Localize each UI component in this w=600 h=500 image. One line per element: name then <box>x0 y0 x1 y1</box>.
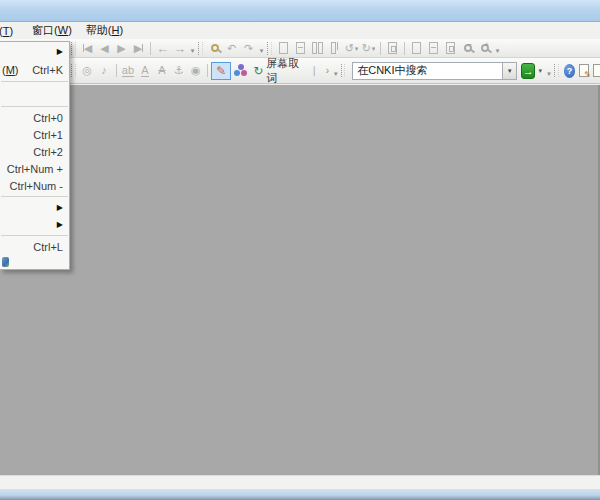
next-page-button[interactable]: ▶ <box>113 40 130 56</box>
zoom-select-tool-button[interactable] <box>206 40 223 56</box>
single-page-icon <box>279 42 288 54</box>
chevron-down-icon: ▼ <box>507 68 513 74</box>
toolbar-overflow-chevron[interactable]: ▾ <box>493 40 502 56</box>
toolbar-divider-glyph: | <box>306 63 323 79</box>
rotate-left-button[interactable]: ↺▾ <box>343 40 360 56</box>
previous-page-button[interactable]: ◀ <box>96 40 113 56</box>
underline-text-icon: A <box>141 65 148 77</box>
menu-item-ctrl-0[interactable]: Ctrl+0 <box>0 109 69 126</box>
strikethrough-text-icon: A <box>158 65 165 76</box>
actual-size-button[interactable] <box>384 40 401 56</box>
toolbar-overflow-chevron[interactable]: ▾ <box>257 40 266 56</box>
menu-separator <box>1 196 68 197</box>
chevron-down-icon: ▾ <box>355 45 359 52</box>
chevron-down-icon: ▾ <box>496 47 500 55</box>
toolbar-separator <box>404 42 405 55</box>
menu-item-ctrl-l[interactable]: Ctrl+L <box>0 238 69 255</box>
continuous-view-button[interactable] <box>292 40 309 56</box>
disc-tool-button[interactable]: ◎ <box>79 63 96 79</box>
open-menu-popup: ▶ (M) Ctrl+K Ctrl+0 Ctrl+1 Ctrl+2 Ctrl+N… <box>0 41 70 270</box>
menu-item-ctrl-2[interactable]: Ctrl+2 <box>0 143 69 160</box>
document-edit-button[interactable] <box>579 64 589 77</box>
menu-separator <box>1 106 68 107</box>
screen-word-capture-button[interactable]: ↻ 屏幕取词 <box>249 61 306 81</box>
menu-item-submenu[interactable]: ▶ <box>0 216 69 233</box>
undo-icon: ↶ <box>227 43 236 54</box>
toolbar-separator <box>116 64 117 77</box>
font-tool-button[interactable]: A <box>153 63 170 79</box>
node-dot-icon <box>238 64 244 70</box>
menu-item-ctrl-k[interactable]: (M) Ctrl+K <box>0 60 69 79</box>
menu-shortcut: Ctrl+1 <box>33 129 63 141</box>
fit-height-button[interactable] <box>442 40 459 56</box>
search-input[interactable]: 在CNKI中搜索 <box>352 62 502 80</box>
application-window: (T) 窗口(W) 帮助(H) ◀ ◀ ▶ ▶ ← → ▾ ↶ ↷ ▾ ↺▾ <box>0 0 600 500</box>
text-highlight-button[interactable]: ab <box>119 63 136 79</box>
zoom-out-button[interactable]: − <box>459 40 476 56</box>
toolbar-overflow-chevron[interactable]: ▾ <box>188 40 197 56</box>
toolbar-grip[interactable] <box>341 64 346 77</box>
rotate-right-icon: ↻ <box>362 43 371 54</box>
toolbar-grip[interactable] <box>71 64 76 77</box>
rotate-right-button[interactable]: ↻▾ <box>360 40 377 56</box>
help-button[interactable]: ? <box>564 64 576 78</box>
pen-tool-button-active[interactable]: ✎ <box>211 62 231 80</box>
last-page-button[interactable]: ▶ <box>130 40 147 56</box>
clipped-menu-item-icon <box>2 257 9 267</box>
search-go-dropdown[interactable]: ▾ <box>535 63 545 79</box>
document-area <box>0 85 600 475</box>
zoom-in-button[interactable]: + <box>476 40 493 56</box>
zoom-in-icon: + <box>481 44 489 52</box>
menubar-item-window[interactable]: 窗口(W) <box>25 22 79 39</box>
question-mark-icon: ? <box>567 66 573 76</box>
underline-text-button[interactable]: A <box>136 63 153 79</box>
undo-button[interactable]: ↶ <box>223 40 240 56</box>
menu-item-zoom-in[interactable]: Ctrl+Num + <box>0 160 69 177</box>
continuous-facing-view-button[interactable] <box>326 40 343 56</box>
go-arrow-icon: → <box>523 65 534 77</box>
menu-item-zoom-out[interactable]: Ctrl+Num - <box>0 177 69 194</box>
sound-note-button[interactable]: ♪ <box>96 63 113 79</box>
menu-item-label: (M) <box>2 64 19 76</box>
menu-item-ctrl-1[interactable]: Ctrl+1 <box>0 126 69 143</box>
menu-item-with-icon[interactable] <box>0 255 69 269</box>
chevron-down-icon: ▾ <box>538 67 542 75</box>
first-page-button[interactable]: ◀ <box>79 40 96 56</box>
toolbar-grip[interactable] <box>554 64 559 77</box>
menu-item-submenu[interactable]: ▶ <box>0 199 69 216</box>
menu-item-submenu[interactable]: ▶ <box>0 42 69 60</box>
toolbar-grip[interactable] <box>71 42 76 55</box>
toolbar-separator <box>380 42 381 55</box>
menubar-item-tools[interactable]: (T) <box>0 24 17 38</box>
toolbar-overflow-chevron[interactable]: ▾ <box>545 63 553 79</box>
facing-pages-view-button[interactable] <box>309 40 326 56</box>
toolbar-grip[interactable] <box>267 42 272 55</box>
fit-width-button[interactable] <box>425 40 442 56</box>
anchor-icon: ⚓ <box>174 65 184 76</box>
menu-shortcut: Ctrl+2 <box>33 146 63 158</box>
forward-button[interactable]: → <box>171 40 188 56</box>
menu-item-no-shortcut[interactable] <box>0 84 69 104</box>
zoom-out-icon: − <box>464 44 472 52</box>
stamp-icon: ◉ <box>191 65 201 76</box>
window-titlebar[interactable] <box>0 0 600 22</box>
menubar-item-help[interactable]: 帮助(H) <box>79 22 130 39</box>
capture-expand-button[interactable]: › <box>323 65 332 76</box>
toolbar-grip[interactable] <box>198 42 203 55</box>
anchor-tool-button[interactable]: ⚓ <box>170 63 187 79</box>
search-go-button[interactable]: → <box>521 63 535 79</box>
redo-button[interactable]: ↷ <box>240 40 257 56</box>
single-page-view-button[interactable] <box>275 40 292 56</box>
stamp-tool-button[interactable]: ◉ <box>187 63 204 79</box>
clipped-toolbar-icon[interactable] <box>593 64 600 77</box>
back-button[interactable]: ← <box>154 40 171 56</box>
pen-icon: ✎ <box>216 64 226 78</box>
forward-arrow-icon: → <box>173 42 186 55</box>
rotate-left-icon: ↺ <box>345 43 354 54</box>
knowledge-node-button[interactable] <box>234 64 246 78</box>
fit-page-button[interactable] <box>408 40 425 56</box>
node-dot-icon <box>241 70 247 76</box>
toolbar-overflow-chevron[interactable]: ▾ <box>332 63 340 79</box>
search-dropdown-button[interactable]: ▼ <box>502 62 517 80</box>
first-page-icon: ◀ <box>84 43 92 54</box>
